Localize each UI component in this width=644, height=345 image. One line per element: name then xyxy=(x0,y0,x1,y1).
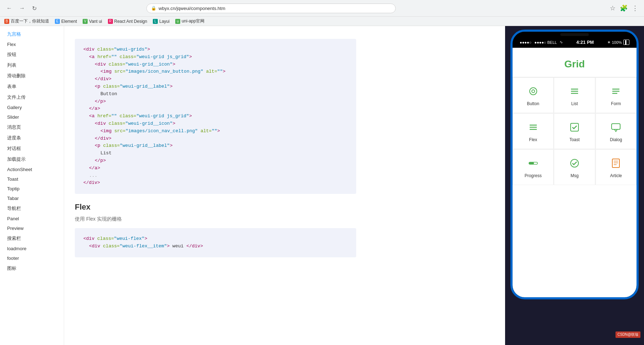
bookmark-react-ant[interactable]: R React Ant Design xyxy=(108,19,147,24)
code-tag2: > xyxy=(147,47,150,52)
sidebar-item-file-upload[interactable]: 文件上传 xyxy=(0,92,64,103)
battery-text: 100% xyxy=(612,40,622,45)
code-line: </div> xyxy=(83,135,348,143)
code-value: "weui-flex" xyxy=(114,236,145,241)
vant-icon: V xyxy=(83,19,88,24)
bookmark-uniapp[interactable]: u uni-app官网 xyxy=(175,18,204,24)
sidebar-item-actionsheet[interactable]: ActionSheet xyxy=(0,165,64,174)
sidebar-item-tabar[interactable]: Tabar xyxy=(0,194,64,203)
signal-dots: ●●●●○ xyxy=(520,40,531,45)
code-tag: <img xyxy=(100,69,111,74)
sidebar-item-panel[interactable]: Panel xyxy=(0,214,64,223)
phone-notch xyxy=(513,32,637,37)
bookmark-baidu[interactable]: B 百度一下，你就知道 xyxy=(4,18,49,24)
sidebar-item-jiugongge[interactable]: 九宫格 xyxy=(0,29,64,40)
code-line: Button xyxy=(83,91,348,98)
code-line: </a> xyxy=(83,165,348,172)
sidebar-item-slide-delete[interactable]: 滑动删除 xyxy=(0,71,64,81)
phone-grid-item-progress[interactable]: Progress xyxy=(513,149,554,185)
phone-time: 4:21 PM xyxy=(576,40,594,45)
sidebar-item-footer[interactable]: footer xyxy=(0,253,64,263)
code-value2: "" xyxy=(217,69,223,74)
sidebar-item-icon[interactable]: 图标 xyxy=(0,263,64,274)
uniapp-icon: u xyxy=(175,19,180,24)
flex-icon xyxy=(526,120,540,134)
phone-grid-item-toast[interactable]: Toast xyxy=(554,113,595,149)
code-text: List xyxy=(100,150,111,156)
sidebar-item-loadmore[interactable]: loadmore xyxy=(0,244,64,253)
code-value: "weui-grid__label" xyxy=(120,84,170,89)
sidebar-item-gallery[interactable]: Gallery xyxy=(0,103,64,112)
main-container: 九宫格 Flex 按钮 列表 滑动删除 表单 文件上传 Gallery Slid… xyxy=(0,26,644,345)
progress-label: Progress xyxy=(525,173,542,178)
phone-grid-item-list[interactable]: List xyxy=(554,77,595,113)
code-line: <div class="weui-flex"> xyxy=(83,235,348,243)
element-icon: E xyxy=(55,19,60,24)
sidebar-item-navbar[interactable]: 导航栏 xyxy=(0,203,64,214)
phone-grid-item-flex[interactable]: Flex xyxy=(513,113,554,149)
sidebar-item-form[interactable]: 表单 xyxy=(0,81,64,92)
bookmarks-bar: B 百度一下，你就知道 E Element V Vant ui R React … xyxy=(0,17,644,26)
flex-section-desc: 使用 Flex 实现的栅格 xyxy=(75,216,356,222)
phone-panel: ●●●●○ ●●●●○ BELL ∿ 4:21 PM ∗ 100% ▌ Grid xyxy=(505,26,644,345)
sidebar-item-toast[interactable]: Toast xyxy=(0,174,64,184)
code-tag: <div xyxy=(95,121,106,126)
sidebar-item-message[interactable]: 消息页 xyxy=(0,122,64,133)
code-attr: class= xyxy=(103,243,120,249)
code-value: "weui-flex__item" xyxy=(120,243,167,249)
code-tag: <div xyxy=(83,47,94,52)
form-label: Form xyxy=(611,101,621,106)
phone-grid-item-form[interactable]: Form xyxy=(596,77,637,113)
sidebar-item-preview[interactable]: Preview xyxy=(0,223,64,233)
sidebar-item-button[interactable]: 按钮 xyxy=(0,49,64,60)
sidebar-item-slider[interactable]: Slider xyxy=(0,112,64,122)
bookmark-star-button[interactable]: ☆ xyxy=(608,3,617,14)
code-tag: </a> xyxy=(89,165,100,171)
layui-icon: L xyxy=(153,19,158,24)
code-tag: <div xyxy=(83,236,94,241)
bookmark-layui[interactable]: L Layui xyxy=(153,19,170,24)
carrier-name: ●●●●○ BELL xyxy=(534,40,557,45)
sidebar-item-flex[interactable]: Flex xyxy=(0,40,64,49)
code-line: List xyxy=(83,150,348,157)
code-line: </a> xyxy=(83,105,348,113)
msg-icon xyxy=(567,156,582,170)
forward-button[interactable]: → xyxy=(17,4,27,13)
code-tag: </div> xyxy=(95,136,111,141)
code-tag2: > xyxy=(189,54,192,60)
flex-section-title: Flex xyxy=(75,202,356,212)
sidebar-item-search[interactable]: 搜索栏 xyxy=(0,233,64,244)
reload-button[interactable]: ↻ xyxy=(30,4,39,13)
bookmark-element[interactable]: E Element xyxy=(55,19,77,24)
bookmark-vant[interactable]: V Vant ui xyxy=(83,19,102,24)
phone-grid-item-dialog[interactable]: Dialog xyxy=(596,113,637,149)
baidu-icon: B xyxy=(4,19,9,24)
phone-carrier: ●●●●○ ●●●●○ BELL ∿ xyxy=(520,40,563,45)
browser-action-buttons: ☆ 🧩 ⋮ xyxy=(608,3,640,14)
url-input[interactable] xyxy=(159,6,391,11)
menu-button[interactable]: ⋮ xyxy=(630,3,640,14)
svg-rect-12 xyxy=(612,124,620,129)
code-tag2: > xyxy=(170,84,173,89)
extension-button[interactable]: 🧩 xyxy=(618,3,629,14)
code-attr2: alt= xyxy=(201,128,212,134)
code-attr: class= xyxy=(97,47,114,52)
phone-grid-item-msg[interactable]: Msg xyxy=(554,149,595,185)
sidebar-item-loading[interactable]: 加载提示 xyxy=(0,154,64,165)
csdn-badge: CSDN@联瑞 xyxy=(616,331,641,338)
code-block-flex: <div class="weui-flex"> <div class="weui… xyxy=(75,228,356,257)
phone-grid-title: Grid xyxy=(520,58,629,70)
sidebar-item-dialog[interactable]: 对话框 xyxy=(0,143,64,154)
back-button[interactable]: ← xyxy=(4,4,14,13)
phone-grid-item-article[interactable]: Article xyxy=(596,149,637,185)
code-tag: </p> xyxy=(95,158,106,163)
sidebar-item-list[interactable]: 列表 xyxy=(0,60,64,71)
phone-speaker xyxy=(560,33,589,36)
phone-grid-item-button[interactable]: Button xyxy=(513,77,554,113)
phone-battery: ∗ 100% ▌ xyxy=(607,40,629,45)
code-value2: "weui-grid js_grid" xyxy=(136,54,189,60)
code-tag2: > xyxy=(167,243,170,249)
code-line: <p class="weui-grid__label"> xyxy=(83,142,348,150)
sidebar-item-progress[interactable]: 进度条 xyxy=(0,133,64,143)
sidebar-item-toptip[interactable]: Toptip xyxy=(0,184,64,194)
